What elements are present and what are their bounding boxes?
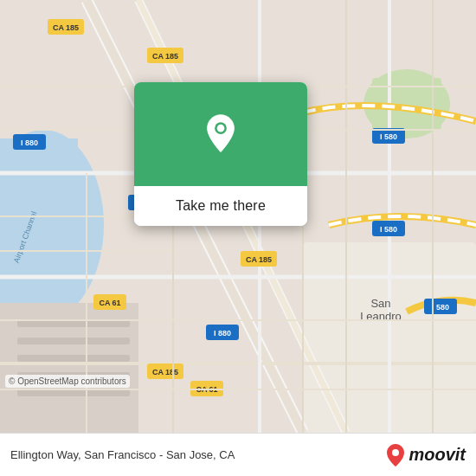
moovit-pin-icon xyxy=(386,443,405,467)
map-container: I 580 I 580 I 580 CA 185 CA 185 CA 185 C… xyxy=(0,0,476,433)
address-label: Ellington Way, San Francisco - San Jose,… xyxy=(10,448,379,461)
moovit-brand-text: moovit xyxy=(408,445,466,465)
svg-text:CA 185: CA 185 xyxy=(152,52,178,61)
svg-text:I 580: I 580 xyxy=(380,225,397,234)
svg-rect-7 xyxy=(17,320,130,327)
moovit-logo: moovit xyxy=(386,443,466,467)
popup-card: Take me there xyxy=(134,82,307,226)
map-attribution: © OpenStreetMap contributors xyxy=(5,375,130,388)
popup-green-section xyxy=(134,82,307,186)
svg-text:CA 61: CA 61 xyxy=(99,299,120,307)
svg-rect-11 xyxy=(17,389,130,396)
bottom-bar: Ellington Way, San Francisco - San Jose,… xyxy=(0,433,476,476)
svg-point-63 xyxy=(392,449,399,456)
svg-text:San: San xyxy=(370,297,390,310)
svg-text:I 580: I 580 xyxy=(380,132,397,141)
svg-rect-9 xyxy=(17,355,130,362)
svg-text:I 880: I 880 xyxy=(21,138,38,147)
location-pin-icon xyxy=(200,113,241,155)
svg-point-62 xyxy=(217,125,225,132)
svg-text:I 880: I 880 xyxy=(214,329,231,338)
svg-rect-2 xyxy=(0,138,78,312)
take-me-there-button[interactable]: Take me there xyxy=(134,186,307,226)
svg-rect-8 xyxy=(17,338,130,344)
svg-text:CA 185: CA 185 xyxy=(246,255,272,264)
svg-text:CA 185: CA 185 xyxy=(152,368,178,376)
svg-text:I 580: I 580 xyxy=(432,303,449,312)
svg-text:CA 185: CA 185 xyxy=(53,23,79,32)
